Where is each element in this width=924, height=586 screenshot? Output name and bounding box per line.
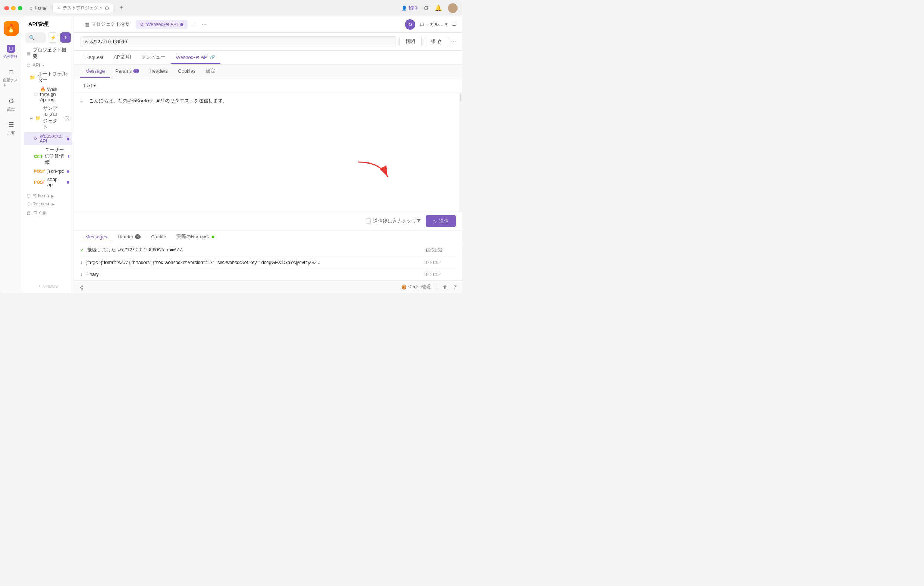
tab-preview[interactable]: プレビュー: [136, 51, 170, 64]
tab-project[interactable]: ✕ テストプロジェクト ⬡: [52, 3, 114, 13]
tab-websocket[interactable]: ⟳ Websocket API: [136, 20, 188, 28]
tree-request[interactable]: ⬡ Request ▶: [24, 200, 72, 208]
resp-tab-cookie[interactable]: Cookie: [146, 231, 171, 243]
nav-item-api[interactable]: ◫ API管理: [1, 41, 20, 62]
bell-icon[interactable]: 🔔: [434, 5, 442, 12]
clear-label: 送信後に入力をクリア: [373, 218, 421, 224]
url-bar: 切断 保 存 ···: [74, 33, 462, 51]
send-button[interactable]: ▷ 送信: [426, 215, 456, 227]
sync-button[interactable]: ↻: [405, 19, 415, 30]
send-icon: ▷: [433, 218, 437, 224]
api-chevron: ▾: [42, 63, 44, 68]
message-time-1: 10:51:52: [424, 260, 441, 265]
subtab-settings[interactable]: 設定: [201, 64, 221, 78]
title-bar: ⌂ Home ✕ テストプロジェクト ⬡ + 👤 招待 ⚙ 🔔: [0, 0, 462, 17]
disconnect-button[interactable]: 切断: [399, 36, 422, 48]
more-tabs-button[interactable]: ···: [199, 21, 210, 28]
settings-icon[interactable]: ⚙: [424, 5, 429, 12]
text-type-select[interactable]: Text ▾: [80, 81, 99, 90]
api-nav-icon: ◫: [7, 45, 15, 53]
tree-post-soap[interactable]: POST soap api: [24, 175, 72, 189]
save-button[interactable]: 保 存: [424, 36, 448, 48]
tree-get-item[interactable]: GET ユーザーの詳細情報: [24, 145, 72, 167]
trash-bottom-button[interactable]: 🗑: [443, 284, 447, 290]
help-button[interactable]: ?: [454, 284, 456, 290]
cookie-mgmt-button[interactable]: 🍪 Cookie管理: [401, 284, 431, 290]
tab-close-icon[interactable]: ✕: [57, 5, 61, 10]
arrow-down-icon-2: ↓: [80, 271, 82, 277]
tab-dot: ⬡: [105, 5, 109, 11]
watermark-text: APIDOG: [43, 284, 59, 289]
tree-project-overview[interactable]: ▦ プロジェクト概要: [24, 46, 72, 61]
main-layout: 🔥 ◫ API管理 ≡ 自動テスト ⚙ 設定 ☰: [0, 17, 462, 293]
home-icon: ⌂: [30, 5, 32, 11]
folder-sample-icon: 📁: [35, 116, 41, 121]
new-tab-button[interactable]: +: [115, 3, 128, 13]
search-icon: 🔍: [29, 35, 35, 40]
nav-item-share[interactable]: ☰ 共有: [5, 117, 18, 138]
request-tab-label: Request: [85, 54, 103, 60]
url-more-button[interactable]: ···: [451, 38, 456, 45]
tab-project-overview[interactable]: ▦ プロジェクト概要: [80, 20, 134, 29]
invite-button[interactable]: 👤 招待: [401, 5, 417, 11]
editor-body[interactable]: 1 こんにちは、初のWebSocket APIのリクエストを送信します。: [74, 93, 462, 212]
cookie-tab-label: Cookie: [151, 234, 166, 239]
message-sub-tabs: Message Params 1 Headers Cookies 設定: [74, 64, 462, 78]
nav-item-autotest[interactable]: ≡ 自動テスト: [0, 65, 22, 91]
clear-checkbox-group: 送信後に入力をクリア: [366, 218, 421, 224]
resp-tab-messages[interactable]: Messages: [80, 231, 112, 243]
post-json-label: json-rpc: [48, 169, 64, 174]
tab-ws-api[interactable]: Websocket API 🔗: [170, 51, 220, 64]
tab-home[interactable]: ⌂ Home: [25, 4, 51, 12]
tree-schema[interactable]: ⬡ Schema ▶: [24, 192, 72, 200]
avatar[interactable]: [448, 3, 457, 13]
tree-walkthrough[interactable]: ⬡ 🔥 Walk through Apidog: [24, 85, 72, 104]
traffic-light-yellow[interactable]: [11, 6, 16, 10]
subtab-params[interactable]: Params 1: [110, 65, 144, 78]
message-tab-label: Message: [85, 68, 105, 74]
folder-icon: 📁: [30, 74, 36, 80]
traffic-light-green[interactable]: [18, 6, 22, 10]
tree-websocket-api[interactable]: ⟳ Websocket API: [24, 132, 72, 145]
api-section-label: API: [33, 63, 40, 68]
filter-button[interactable]: ⚡: [48, 32, 58, 43]
subtab-cookies[interactable]: Cookies: [173, 65, 201, 78]
response-area: Messages Header 4 Cookie 実際のRequest: [74, 230, 462, 281]
overview-icon: ▦: [27, 51, 30, 56]
clear-checkbox[interactable]: [366, 218, 371, 224]
tree-post-json[interactable]: POST json-rpc: [24, 167, 72, 175]
locale-selector[interactable]: ローカル… ▾: [420, 21, 448, 28]
traffic-light-red[interactable]: [5, 6, 9, 10]
message-row-1: ↓ {"args":{"form":"AAA"},"headers":{"sec…: [80, 257, 456, 269]
tree-api-section[interactable]: ⬡ API ▾: [24, 61, 72, 69]
tab-request[interactable]: Request: [80, 51, 108, 64]
send-label: 送信: [439, 218, 449, 224]
collapse-button[interactable]: «: [80, 284, 83, 290]
add-tab-button[interactable]: +: [189, 20, 199, 28]
tree-root-folder[interactable]: 📁 ルートフォルダー: [24, 69, 72, 85]
editor-scrollbar[interactable]: [459, 93, 462, 212]
tab-api-desc[interactable]: API説明: [108, 51, 136, 64]
hamburger-icon[interactable]: ≡: [452, 20, 456, 28]
ws-api-label: Websocket API: [176, 54, 208, 60]
root-folder-label: ルートフォルダー: [38, 71, 69, 83]
subtab-message[interactable]: Message: [80, 65, 110, 78]
add-icon: +: [64, 34, 67, 41]
schema-chevron: ▶: [51, 194, 54, 198]
resp-tab-actual[interactable]: 実際のRequest: [171, 230, 219, 244]
add-button[interactable]: +: [61, 32, 71, 43]
request-chevron: ▶: [51, 202, 54, 206]
sync-icon: ↻: [408, 21, 412, 28]
subtab-headers[interactable]: Headers: [144, 65, 173, 78]
resp-tab-header[interactable]: Header 4: [112, 231, 146, 243]
tree-sample-project[interactable]: ▶ 📁 サンプルプロジェクト (5): [24, 104, 72, 132]
line-number-1: 1: [80, 97, 89, 103]
tree-trash[interactable]: 🗑 ゴミ箱: [24, 208, 72, 217]
search-input-wrap[interactable]: 🔍: [25, 32, 46, 43]
bottom-actions: 🍪 Cookie管理 🗑 ?: [401, 284, 456, 290]
schema-icon: ⬡: [27, 193, 30, 198]
nav-item-settings[interactable]: ⚙ 設定: [5, 94, 18, 115]
tab-project-label: テストプロジェクト: [63, 5, 103, 11]
url-input[interactable]: [80, 36, 396, 47]
arrow-down-icon-1: ↓: [80, 260, 82, 265]
